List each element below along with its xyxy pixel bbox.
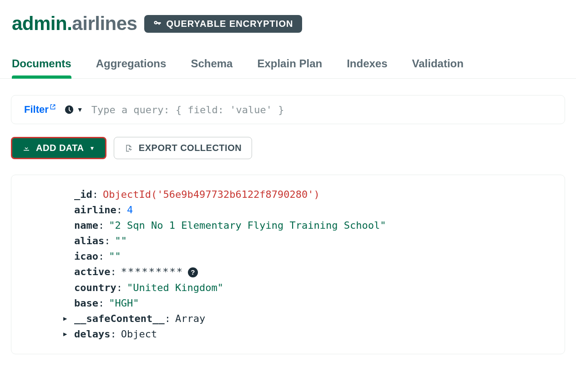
encryption-badge-label: QUERYABLE ENCRYPTION: [166, 19, 293, 29]
field-row-country: country: "United Kingdom": [24, 280, 552, 296]
field-value: Array: [175, 311, 205, 327]
field-value: Object: [121, 327, 157, 342]
expand-toggle[interactable]: ▶: [63, 329, 67, 339]
export-collection-button[interactable]: EXPORT COLLECTION: [114, 137, 252, 159]
field-value: "": [109, 249, 121, 264]
collection-header: admin.airlines QUERYABLE ENCRYPTION: [0, 0, 576, 35]
field-row-alias: alias: "": [24, 233, 552, 249]
filter-bar: Filter ▼: [11, 95, 565, 124]
add-data-button[interactable]: ADD DATA ▼: [11, 137, 106, 159]
tab-explain-plan[interactable]: Explain Plan: [257, 57, 322, 78]
field-value-masked: *********: [121, 264, 183, 280]
field-row-active: active: ********* ?: [24, 264, 552, 280]
collection-tabs: Documents Aggregations Schema Explain Pl…: [0, 35, 576, 79]
help-icon[interactable]: ?: [188, 267, 198, 277]
namespace-title: admin.airlines: [12, 13, 137, 35]
external-link-icon: [50, 104, 56, 110]
document-card: _id: ObjectId('56e9b497732b6122f8790280'…: [11, 175, 565, 354]
chevron-down-icon: ▼: [77, 106, 83, 113]
queryable-encryption-badge: QUERYABLE ENCRYPTION: [144, 15, 302, 33]
db-name: admin: [12, 13, 67, 34]
collection-name: airlines: [72, 13, 137, 34]
field-value: 4: [127, 202, 133, 218]
field-row-safecontent: ▶ __safeContent__: Array: [24, 311, 552, 327]
query-history-button[interactable]: ▼: [64, 105, 83, 115]
expand-toggle[interactable]: ▶: [63, 314, 67, 324]
caret-down-icon: ▼: [89, 145, 95, 151]
field-value: "2 Sqn No 1 Elementary Flying Training S…: [109, 218, 386, 233]
clock-icon: [64, 105, 74, 115]
download-icon: [22, 144, 30, 152]
field-row-id: _id: ObjectId('56e9b497732b6122f8790280'…: [24, 187, 552, 202]
tab-aggregations[interactable]: Aggregations: [96, 57, 167, 78]
field-row-icao: icao: "": [24, 249, 552, 264]
field-value: "United Kingdom": [127, 280, 223, 296]
field-value: ObjectId('56e9b497732b6122f8790280'): [103, 187, 320, 202]
tab-indexes[interactable]: Indexes: [347, 57, 387, 78]
field-value: "": [115, 233, 127, 249]
export-icon: [124, 144, 133, 153]
query-input[interactable]: [91, 104, 552, 116]
field-value: "HGH": [109, 296, 139, 311]
filter-link[interactable]: Filter: [24, 104, 56, 116]
field-row-base: base: "HGH": [24, 296, 552, 311]
field-row-airline: airline: 4: [24, 202, 552, 218]
tab-documents[interactable]: Documents: [12, 57, 71, 78]
tab-schema[interactable]: Schema: [191, 57, 232, 78]
key-icon: [153, 20, 162, 28]
field-row-name: name: "2 Sqn No 1 Elementary Flying Trai…: [24, 218, 552, 233]
documents-toolbar: ADD DATA ▼ EXPORT COLLECTION: [0, 124, 576, 159]
field-row-delays: ▶ delays: Object: [24, 327, 552, 342]
tab-validation[interactable]: Validation: [412, 57, 464, 78]
